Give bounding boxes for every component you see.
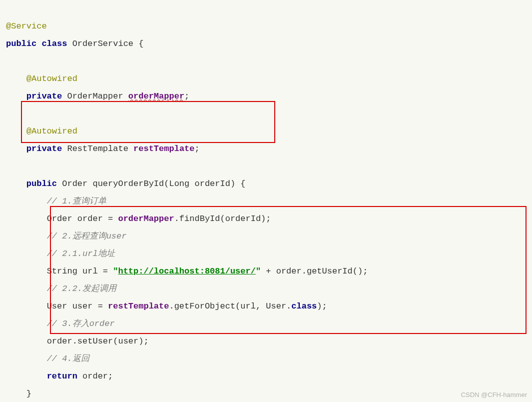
stmt-user-b: .getForObject(url, User. xyxy=(169,302,291,311)
kw-public: public xyxy=(6,39,36,48)
stmt-user-a: User user = xyxy=(47,302,108,311)
stmt-return: order; xyxy=(77,372,113,381)
comment-2: // 2.远程查询user xyxy=(47,232,127,241)
str-q1: " xyxy=(113,266,118,276)
semi: ; xyxy=(194,144,199,154)
ref-ordermapper: orderMapper xyxy=(118,214,174,224)
kw-class-lit: class xyxy=(291,302,317,311)
stmt-setuser: order.setUser(user); xyxy=(47,336,149,346)
kw-public-2: public xyxy=(26,179,57,188)
kw-class: class xyxy=(41,39,67,48)
comment-2-2: // 2.2.发起调用 xyxy=(47,284,116,294)
type-ordermapper: OrderMapper xyxy=(67,92,123,101)
comment-4: // 4.返回 xyxy=(47,354,89,364)
kw-private-1: private xyxy=(26,92,62,101)
str-q2: " xyxy=(256,266,261,276)
stmt-url-a: String url = xyxy=(47,266,113,276)
watermark: CSDN @CFH-hammer xyxy=(461,392,527,398)
type-resttemplate: RestTemplate xyxy=(67,144,128,154)
annotation-autowired-2: @Autowired xyxy=(26,126,77,136)
class-name: OrderService { xyxy=(72,39,144,48)
annotation-autowired-1: @Autowired xyxy=(26,74,77,84)
str-url: http://localhost:8081/user/ xyxy=(118,266,255,276)
code-block: @Service public class OrderService { @Au… xyxy=(0,0,532,402)
annotation-service: @Service xyxy=(6,22,47,31)
stmt-order-decl-b: .findById(orderId); xyxy=(174,214,271,224)
kw-return: return xyxy=(47,372,77,381)
comment-1: // 1.查询订单 xyxy=(47,196,106,206)
brace-close-method: } xyxy=(26,389,31,398)
comment-3: // 3.存入order xyxy=(47,319,115,328)
stmt-url-b: + order.getUserId(); xyxy=(261,266,368,276)
semi: ; xyxy=(184,92,189,101)
field-ordermapper: orderMapper xyxy=(128,92,184,101)
stmt-order-decl-a: Order order = xyxy=(47,214,118,224)
method-sig: Order queryOrderById(Long orderId) { xyxy=(62,179,245,188)
stmt-user-c: ); xyxy=(317,302,327,311)
comment-2-1: // 2.1.url地址 xyxy=(47,249,115,258)
field-resttemplate: restTemplate xyxy=(133,144,194,154)
kw-private-2: private xyxy=(26,144,62,154)
ref-resttemplate: restTemplate xyxy=(108,302,169,311)
